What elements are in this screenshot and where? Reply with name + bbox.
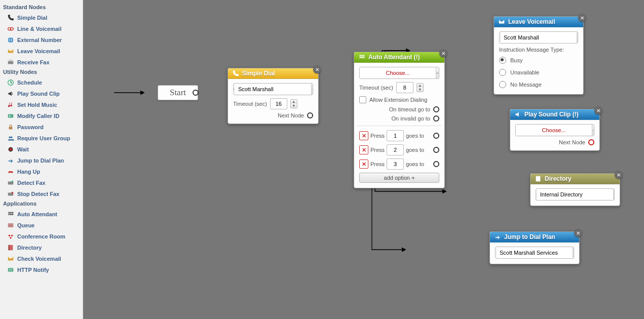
- node-directory[interactable]: ✕ Directory: [530, 173, 620, 206]
- sidebar-item-conference[interactable]: Conference Room: [0, 231, 83, 242]
- press-port[interactable]: [433, 133, 439, 139]
- sidebar-item-simple-dial[interactable]: Simple Dial: [0, 12, 83, 23]
- press-port[interactable]: [433, 161, 439, 167]
- node-auto-attendant[interactable]: ✕ Auto Attendant (!) Timeout (sec) ▲▼ Al…: [354, 52, 445, 188]
- press-key-input[interactable]: [387, 130, 404, 141]
- press-key-input[interactable]: [387, 144, 404, 155]
- press-key-input[interactable]: [387, 158, 404, 170]
- close-icon[interactable]: ✕: [313, 65, 321, 73]
- sidebar-item-wait[interactable]: Wait: [0, 144, 83, 155]
- sidebar-item-play-sound[interactable]: Play Sound Clip: [0, 88, 83, 99]
- sidebar-item-schedule[interactable]: Schedule: [0, 77, 83, 88]
- press-port[interactable]: [433, 147, 439, 153]
- goes-to-label: goes to: [406, 161, 424, 167]
- node-jump-dialplan[interactable]: ✕ Jump to Dial Plan: [489, 231, 580, 264]
- radio-icon[interactable]: [499, 57, 506, 64]
- http-icon: [7, 266, 14, 273]
- node-header[interactable]: Directory: [531, 174, 620, 184]
- on-invalid-port[interactable]: [433, 115, 439, 122]
- node-header[interactable]: Play Sound Clip (!): [510, 109, 599, 120]
- sidebar-item-auto-attendant[interactable]: Auto Attendant: [0, 209, 83, 220]
- close-icon[interactable]: ✕: [615, 171, 623, 179]
- node-leave-voicemail[interactable]: ✕ Leave Voicemail Instruction Message Ty…: [494, 16, 584, 95]
- svg-rect-35: [360, 55, 361, 57]
- directory-input[interactable]: [537, 189, 613, 200]
- directory-field[interactable]: [536, 188, 615, 201]
- on-invalid-label: On invalid go to: [392, 115, 430, 122]
- delete-press-button[interactable]: ✕: [359, 131, 368, 140]
- clip-field[interactable]: [515, 124, 594, 136]
- sidebar-item-leave-voicemail[interactable]: Leave Voicemail: [0, 46, 83, 57]
- sidebar-item-user-group[interactable]: Require User Group: [0, 133, 83, 144]
- target-input[interactable]: [235, 84, 311, 95]
- start-port[interactable]: [193, 90, 199, 96]
- node-title: Leave Voicemail: [508, 18, 555, 25]
- plan-input[interactable]: [497, 247, 573, 258]
- search-icon[interactable]: [311, 84, 313, 95]
- target-field[interactable]: [233, 83, 313, 95]
- press-label: Press: [370, 133, 385, 139]
- node-simple-dial[interactable]: ✕ Simple Dial Timeout (sec) ▲▼ Next Node: [228, 68, 319, 124]
- add-option-button[interactable]: add option +: [359, 173, 439, 183]
- sidebar-item-hangup[interactable]: Hang Up: [0, 166, 83, 177]
- sidebar-item-check-voicemail[interactable]: Check Voicemail: [0, 253, 83, 264]
- mailbox-input[interactable]: [501, 32, 577, 43]
- msg-option-unavailable[interactable]: Unavailable: [499, 68, 578, 77]
- node-header[interactable]: Jump to Dial Plan: [490, 232, 579, 243]
- node-header[interactable]: Auto Attendant (!): [354, 52, 444, 63]
- timeout-stepper[interactable]: ▲▼: [290, 99, 297, 108]
- close-icon[interactable]: ✕: [578, 14, 586, 22]
- start-node[interactable]: Start: [158, 85, 198, 100]
- press-label: Press: [370, 161, 385, 167]
- radio-icon[interactable]: [499, 81, 506, 88]
- allow-ext-checkbox[interactable]: [359, 96, 366, 103]
- sidebar-item-jump[interactable]: Jump to Dial Plan: [0, 155, 83, 166]
- on-timeout-port[interactable]: [433, 106, 439, 112]
- sidebar-item-queue[interactable]: Queue: [0, 220, 83, 231]
- search-icon[interactable]: [436, 67, 439, 78]
- sidebar-item-line-voicemail[interactable]: Line & Voicemail: [0, 23, 83, 34]
- sidebar-item-hold-music[interactable]: Set Hold Music: [0, 99, 83, 110]
- delete-press-button[interactable]: ✕: [359, 145, 368, 154]
- sidebar-item-stop-fax[interactable]: Stop Detect Fax: [0, 188, 83, 200]
- sidebar-item-directory[interactable]: Directory: [0, 242, 83, 253]
- sidebar-item-password[interactable]: Password: [0, 122, 83, 133]
- clip-field[interactable]: [359, 67, 439, 79]
- voicemail-icon: [7, 25, 14, 32]
- search-icon[interactable]: [613, 189, 614, 200]
- delete-press-button[interactable]: ✕: [359, 160, 368, 169]
- lock-icon: [7, 124, 14, 131]
- search-icon[interactable]: [577, 32, 578, 43]
- search-icon[interactable]: [592, 125, 594, 136]
- search-icon[interactable]: [573, 247, 574, 258]
- sidebar-item-label: External Number: [17, 37, 62, 43]
- next-node-port[interactable]: [588, 139, 594, 145]
- sidebar-item-external-number[interactable]: External Number: [0, 34, 83, 46]
- next-node-port[interactable]: [307, 112, 313, 118]
- msg-option-nomsg[interactable]: No Message: [499, 80, 578, 89]
- clip-input[interactable]: [360, 67, 436, 78]
- timeout-input[interactable]: [396, 82, 413, 93]
- msg-option-busy[interactable]: Busy: [499, 56, 578, 65]
- node-play-sound[interactable]: ✕ Play Sound Clip (!) Next Node: [510, 109, 600, 151]
- node-header[interactable]: Simple Dial: [228, 68, 318, 79]
- clip-input[interactable]: [516, 125, 592, 136]
- sidebar-item-receive-fax[interactable]: Receive Fax: [0, 57, 83, 68]
- svg-rect-20: [12, 212, 14, 214]
- close-icon[interactable]: ✕: [574, 229, 582, 237]
- node-header[interactable]: Leave Voicemail: [494, 17, 583, 27]
- next-node-label: Next Node: [278, 112, 304, 118]
- close-icon[interactable]: ✕: [594, 106, 602, 114]
- mailbox-field[interactable]: [499, 31, 578, 44]
- sidebar-item-http-notify[interactable]: HTTP Notify: [0, 264, 83, 275]
- svg-rect-5: [9, 60, 13, 62]
- svg-point-1: [11, 27, 13, 30]
- timeout-stepper[interactable]: ▲▼: [416, 83, 424, 92]
- sidebar-item-caller-id[interactable]: Modify Caller ID: [0, 110, 83, 122]
- sidebar-item-detect-fax[interactable]: Detect Fax: [0, 177, 83, 188]
- radio-icon[interactable]: [499, 69, 506, 76]
- timeout-input[interactable]: [270, 98, 287, 109]
- plan-field[interactable]: [495, 247, 574, 259]
- close-icon[interactable]: ✕: [439, 49, 447, 57]
- flow-canvas[interactable]: Start ✕ Simple Dial Timeout (sec) ▲▼ Nex…: [83, 0, 644, 319]
